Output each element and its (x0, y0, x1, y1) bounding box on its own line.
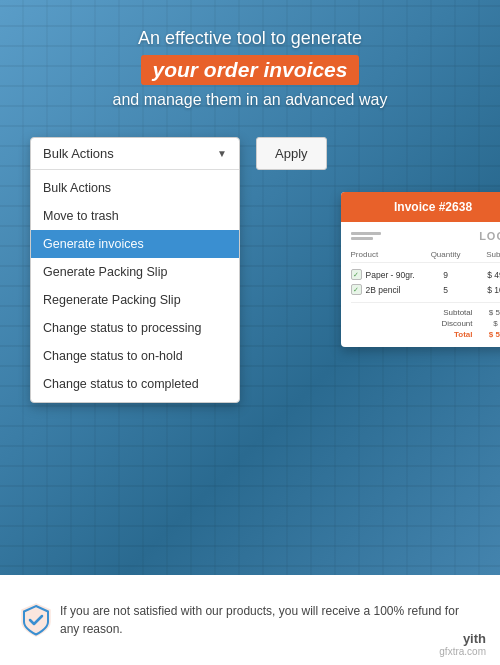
apply-button[interactable]: Apply (256, 137, 327, 170)
shield-icon (18, 602, 54, 638)
subtotal-label: Subtotal (433, 308, 473, 317)
row2-product: 2B pencil (366, 285, 401, 295)
dropdown-header[interactable]: Bulk Actions ▼ (31, 138, 239, 170)
apply-section: Apply (256, 137, 327, 170)
ui-area: Bulk Actions ▼ Bulk Actions Move to tras… (30, 137, 470, 403)
row1-checkbox (351, 269, 362, 280)
gfxtra-site: gfxtra.com (439, 646, 486, 657)
row1-price: $ 49,90 (471, 270, 500, 280)
col-quantity: Quantity (428, 250, 463, 259)
dropdown-item-bulk-actions[interactable]: Bulk Actions (31, 174, 239, 202)
invoice-line-1 (351, 232, 381, 235)
row1-left: Paper - 90gr. (351, 269, 421, 280)
header-highlight: your order invoices (141, 55, 360, 85)
yith-logo: yith gfxtra.com (439, 631, 486, 657)
col-subtotal: Subtotal (471, 250, 500, 259)
bulk-actions-dropdown[interactable]: Bulk Actions ▼ Bulk Actions Move to tras… (30, 137, 240, 403)
row2-checkbox (351, 284, 362, 295)
invoice-table-header: Product Quantity Subtotal (351, 250, 500, 263)
invoice-lines (351, 232, 381, 240)
shield-icon-wrap (18, 602, 54, 638)
dropdown-header-label: Bulk Actions (43, 146, 114, 161)
invoice-totals: Subtotal $ 59,90 Discount $ 0,00 Total $… (351, 308, 500, 339)
dropdown-item-generate-invoices[interactable]: Generate invoices (31, 230, 239, 258)
discount-row: Discount $ 0,00 (433, 319, 500, 328)
invoice-logo: LOGO (479, 230, 500, 242)
invoice-line-2 (351, 237, 373, 240)
bottom-section: If you are not satisfied with our produc… (0, 575, 500, 665)
bottom-text: If you are not satisfied with our produc… (60, 602, 480, 638)
total-value: $ 59,90 (481, 330, 500, 339)
invoice-top-bar: LOGO (351, 230, 500, 242)
row2-qty: 5 (428, 285, 463, 295)
dropdown-item-change-on-hold[interactable]: Change status to on-hold (31, 342, 239, 370)
invoice-divider (351, 302, 500, 303)
invoice-row-2: 2B pencil 5 $ 10.00 (351, 282, 500, 297)
row2-left: 2B pencil (351, 284, 421, 295)
dropdown-item-change-completed[interactable]: Change status to completed (31, 370, 239, 398)
total-label: Total (433, 330, 473, 339)
discount-label: Discount (433, 319, 473, 328)
invoice-body: LOGO Product Quantity Subtotal Paper - 9… (341, 222, 500, 347)
header-line1: An effective tool to generate (113, 28, 388, 49)
yith-brand: yith (439, 631, 486, 646)
row2-price: $ 10.00 (471, 285, 500, 295)
dropdown-item-generate-packing-slip[interactable]: Generate Packing Slip (31, 258, 239, 286)
subtotal-value: $ 59,90 (481, 308, 500, 317)
dropdown-item-change-processing[interactable]: Change status to processing (31, 314, 239, 342)
header-section: An effective tool to generate your order… (93, 0, 408, 127)
dropdown-item-move-to-trash[interactable]: Move to trash (31, 202, 239, 230)
discount-value: $ 0,00 (481, 319, 500, 328)
subtotal-row: Subtotal $ 59,90 (433, 308, 500, 317)
dropdown-items-list: Bulk Actions Move to trash Generate invo… (31, 170, 239, 402)
row1-qty: 9 (428, 270, 463, 280)
invoice-row-1: Paper - 90gr. 9 $ 49,90 (351, 267, 500, 282)
header-line2: and manage them in an advanced way (113, 91, 388, 109)
main-content: An effective tool to generate your order… (0, 0, 500, 665)
grand-total-row: Total $ 59,90 (433, 330, 500, 339)
row1-product: Paper - 90gr. (366, 270, 415, 280)
dropdown-item-regenerate-packing-slip[interactable]: Regenerate Packing Slip (31, 286, 239, 314)
col-product: Product (351, 250, 421, 259)
dropdown-arrow-icon: ▼ (217, 148, 227, 159)
invoice-title: Invoice #2638 (341, 192, 500, 222)
invoice-card: Invoice #2638 LOGO Product Quantity Subt… (341, 192, 500, 347)
